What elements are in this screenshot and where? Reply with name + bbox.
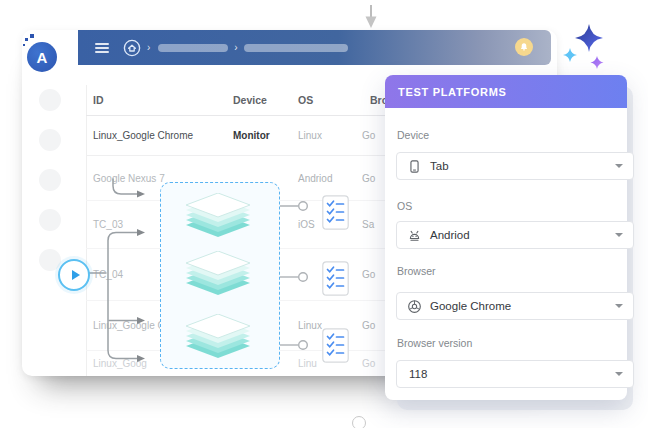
device-value: Tab (430, 160, 449, 172)
os-label: OS (397, 200, 412, 212)
os-value: Andriod (430, 229, 470, 241)
column-header-device: Device (233, 85, 267, 115)
layers-stack-icon (181, 314, 255, 364)
os-select[interactable]: Andriod (396, 221, 634, 249)
notification-bell-icon[interactable] (515, 38, 533, 56)
layers-stack-icon (181, 193, 255, 243)
home-icon[interactable] (123, 39, 141, 57)
tablet-icon (407, 159, 422, 174)
checklist-icon[interactable] (322, 261, 349, 296)
down-arrow-icon (362, 2, 380, 30)
layers-stack-icon (181, 251, 255, 301)
star-big-icon (575, 24, 603, 52)
checklist-icon[interactable] (322, 195, 349, 230)
star-purple-icon (591, 56, 604, 69)
device-label: Device (397, 129, 429, 141)
panel-header: TEST PLATFORMS (385, 75, 627, 108)
column-header-os: OS (298, 85, 313, 115)
browser-select[interactable]: Google Chrome (396, 292, 634, 320)
play-icon (72, 270, 80, 280)
logo-pixel (30, 34, 34, 38)
chevron-down-icon (615, 233, 623, 237)
sidebar-nav-placeholder (39, 169, 61, 191)
chevron-down-icon (615, 164, 623, 168)
chevron-down-icon (615, 304, 623, 308)
android-icon (407, 228, 422, 243)
app-logo: A (27, 42, 57, 72)
menu-icon[interactable] (95, 41, 109, 55)
breadcrumb-item-placeholder[interactable] (244, 44, 348, 52)
browser-version-select[interactable]: 118 (396, 360, 634, 388)
circle-decoration (352, 416, 366, 428)
logo-pixel (25, 38, 28, 41)
sidebar-nav-placeholder (39, 249, 61, 271)
chevron-down-icon (615, 372, 623, 376)
sidebar-nav-placeholder (39, 89, 61, 111)
panel-title: TEST PLATFORMS (398, 86, 507, 98)
breadcrumb-separator: › (234, 42, 237, 53)
browser-version-value: 118 (409, 368, 427, 380)
checklist-icon[interactable] (322, 328, 349, 363)
browser-label: Browser (397, 265, 436, 277)
column-header-id: ID (93, 85, 104, 115)
star-blue-icon (563, 48, 577, 62)
breadcrumb-separator: › (147, 42, 150, 53)
sidebar-nav-placeholder (39, 209, 61, 231)
chrome-icon (407, 299, 422, 314)
play-button[interactable] (58, 259, 90, 291)
breadcrumb-item-placeholder[interactable] (158, 44, 228, 52)
sidebar-nav-placeholder (39, 129, 61, 151)
logo-pixel (23, 44, 25, 46)
test-platforms-panel: TEST PLATFORMS Device Tab OS Andriod Bro… (385, 75, 627, 400)
browser-version-label: Browser version (397, 337, 472, 349)
sparkles-decoration (558, 18, 612, 74)
device-select[interactable]: Tab (396, 152, 634, 180)
browser-value: Google Chrome (430, 300, 511, 312)
top-navigation-bar: › › (78, 30, 551, 65)
illustration-stage: › › A ID Device OS Browser (0, 0, 648, 428)
